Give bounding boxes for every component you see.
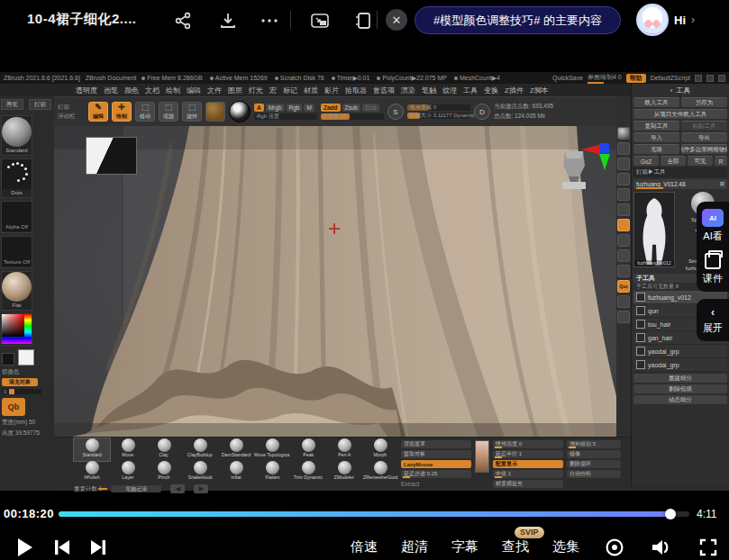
stroke-record-button[interactable]: 笔触记录: [111, 485, 161, 492]
zbrush-menu-item[interactable]: 拾取器: [345, 86, 367, 95]
help-button[interactable]: 帮助: [626, 74, 646, 83]
brush-item[interactable]: Flatten: [254, 461, 290, 483]
load-from-project-button[interactable]: 从项目文件载入工具: [633, 109, 727, 119]
draw-mode-button[interactable]: ✛绘制: [112, 102, 132, 122]
goz-r-button[interactable]: R: [715, 156, 727, 166]
color-picker[interactable]: [1, 313, 32, 346]
mode-a-button[interactable]: A: [254, 104, 264, 112]
control-item[interactable]: 倍速: [351, 538, 378, 555]
ui-slider[interactable]: 界面绘制4 0: [588, 73, 622, 84]
brush-item[interactable]: Peak: [290, 438, 326, 461]
zbrush-menu-item[interactable]: 图层: [228, 86, 242, 95]
play-button[interactable]: [13, 536, 36, 559]
paste-tool-button[interactable]: 粘贴工具: [681, 121, 727, 131]
move-mode-button[interactable]: ⬚移动: [135, 102, 155, 122]
zbrush-menu-item[interactable]: 材质: [304, 86, 318, 95]
load-tool-button[interactable]: 载入工具: [633, 97, 679, 107]
progress-handle[interactable]: [665, 509, 676, 519]
primary-color-swatch[interactable]: [18, 349, 34, 366]
next-episode-button[interactable]: [87, 536, 110, 559]
window-close-icon[interactable]: [718, 75, 725, 82]
right-shelf-button[interactable]: [617, 173, 630, 185]
zbrush-canvas[interactable]: [54, 126, 616, 437]
zbrush-menu-item[interactable]: 工具: [463, 86, 478, 95]
current-stroke-selector[interactable]: Dots: [1, 158, 32, 198]
export-button[interactable]: 导出: [681, 132, 727, 142]
brush-item[interactable]: Morph: [362, 438, 398, 461]
extract-label[interactable]: Extract: [401, 481, 419, 487]
zbrush-menu-item[interactable]: 绘制: [166, 86, 180, 95]
mode-m-button[interactable]: M: [304, 104, 314, 112]
zbrush-menu-item[interactable]: 颜色: [124, 86, 139, 95]
zbrush-menu-item[interactable]: 渲染: [401, 86, 415, 95]
rotate-mode-button[interactable]: ⬚旋转: [182, 102, 202, 122]
right-shelf-button[interactable]: Quz: [617, 280, 630, 293]
inertia-slider[interactable]: 惯性强度 0: [493, 440, 563, 448]
zbrush-menu-item[interactable]: Z插件: [505, 86, 524, 95]
ai-watch-icon[interactable]: AI: [702, 209, 724, 227]
mode-mrgb-button[interactable]: Mrgb: [266, 104, 285, 112]
right-shelf-button[interactable]: [617, 311, 630, 323]
fill-object-button[interactable]: 填充对象: [2, 378, 38, 386]
import-button[interactable]: 导入: [633, 132, 679, 142]
copy-tool-button[interactable]: 复制工具: [633, 121, 679, 131]
fullscreen-button[interactable]: [697, 536, 720, 559]
left-tab-brush[interactable]: 画笔: [1, 99, 23, 110]
edit-mode-button[interactable]: ✎编辑: [88, 102, 108, 122]
texture-selector[interactable]: Texture Off: [1, 236, 32, 268]
right-shelf-button[interactable]: [617, 203, 630, 216]
clone-button[interactable]: 克隆: [633, 144, 679, 154]
zbrush-menu-item[interactable]: 灯光: [249, 86, 263, 95]
right-shelf-button[interactable]: [617, 188, 630, 201]
courseware-icon[interactable]: [705, 253, 721, 269]
pickup-button[interactable]: 提取对象: [401, 450, 471, 458]
make-polymesh-button[interactable]: 制作多边形网格物体: [681, 144, 727, 154]
brush-item[interactable]: Pen A: [326, 438, 362, 461]
active-tool-thumbnail[interactable]: fuzhuang_v012: [633, 192, 675, 267]
zadd-button[interactable]: Zadd: [321, 104, 341, 112]
goz-visible-button[interactable]: 可见: [688, 156, 713, 166]
close-button[interactable]: ✕: [386, 9, 407, 31]
zbrush-menu-item[interactable]: 文档: [145, 86, 159, 95]
zcut-button[interactable]: Zcut: [362, 104, 379, 112]
zbrush-menu-item[interactable]: Z脚本: [530, 86, 549, 95]
expand-label[interactable]: 展开: [703, 322, 723, 334]
brush-item[interactable]: Layer: [110, 461, 146, 483]
pip-button[interactable]: [308, 9, 332, 32]
brush-item[interactable]: Move Topologica: [254, 438, 290, 461]
zbrush-menu-item[interactable]: 纹理: [442, 86, 457, 95]
current-brush-selector[interactable]: Standard: [1, 115, 32, 156]
volume-button[interactable]: [650, 536, 673, 559]
brush-item[interactable]: ClayBuildup: [182, 438, 218, 461]
zbrush-menu-item[interactable]: 画笔: [104, 86, 118, 95]
brush-item[interactable]: SnakeHook: [182, 461, 218, 483]
window-minimize-icon[interactable]: [695, 75, 702, 82]
draw-size-slider[interactable]: 绘制大小 3.11177 Dynamic: [407, 113, 470, 119]
brush-item[interactable]: Clay: [146, 438, 182, 461]
right-shelf-button[interactable]: [617, 295, 630, 308]
ai-watch-label[interactable]: AI看: [703, 230, 722, 242]
zbrush-menu-item[interactable]: 笔触: [422, 86, 436, 95]
right-shelf-button[interactable]: [617, 158, 630, 170]
quicksave-button[interactable]: QuickSave: [552, 75, 583, 81]
active-tool-row[interactable]: fuzhuang_V012.48 R: [633, 179, 727, 189]
geometry-button[interactable]: 动态细分: [633, 395, 727, 404]
delete-loops-button[interactable]: 删除循环: [567, 460, 621, 468]
left-tab-lightbox[interactable]: 灯箱: [29, 99, 51, 110]
dynamic-badge[interactable]: D: [474, 104, 490, 120]
control-item[interactable]: 选集: [552, 538, 579, 555]
axis-gizmo[interactable]: [579, 139, 616, 171]
chevron-left-icon[interactable]: ‹: [711, 306, 715, 319]
progress-bar[interactable]: [59, 511, 689, 517]
autogroup-button[interactable]: 自动分组: [567, 470, 621, 478]
zbrush-menu-item[interactable]: 宏: [269, 86, 277, 95]
right-shelf-button[interactable]: [617, 265, 630, 277]
goz-all-button[interactable]: 全部: [661, 156, 686, 166]
brush-item[interactable]: hPolish: [74, 461, 110, 483]
secondary-color-swatch[interactable]: [2, 353, 14, 366]
control-item[interactable]: 字幕: [451, 538, 478, 555]
zsub-button[interactable]: Zsub: [342, 104, 360, 112]
zbrush-menu-item[interactable]: 文件: [207, 86, 222, 95]
zbrush-menu-item[interactable]: 编辑: [187, 86, 201, 95]
zscript-label[interactable]: DefaultZScript: [651, 75, 690, 81]
